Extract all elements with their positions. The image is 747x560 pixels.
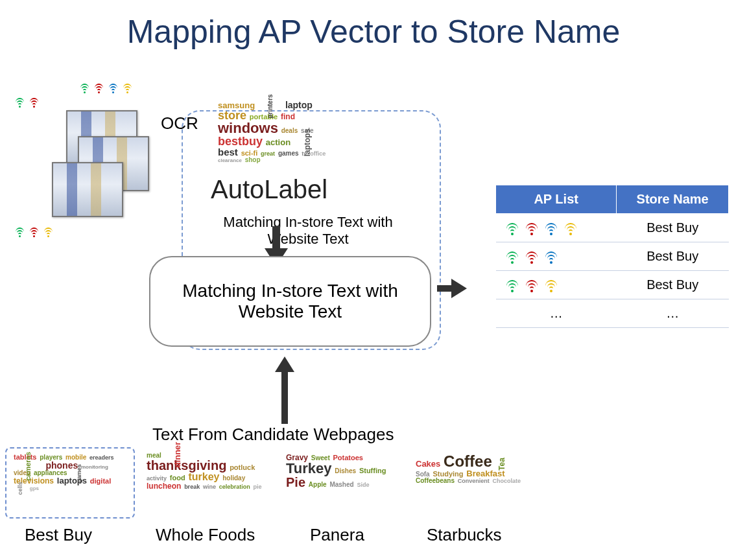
wifi-icon — [525, 250, 539, 264]
table-row: Best Buy — [496, 214, 729, 242]
wifi-icon — [563, 221, 578, 235]
wifi-icon — [544, 250, 558, 264]
wifi-cluster-left — [13, 97, 40, 108]
wifi-icon — [505, 278, 519, 292]
wifi-cluster-bottom — [13, 227, 54, 237]
candidate-name: Best Buy — [25, 525, 92, 545]
candidate-name: Starbucks — [427, 525, 502, 545]
wifi-icon — [544, 278, 558, 292]
wifi-icon — [525, 278, 539, 292]
wifi-icon — [122, 83, 132, 93]
candidate-name: Panera — [310, 525, 364, 545]
table-row: Best Buy — [496, 271, 729, 299]
wifi-cluster-top — [78, 83, 134, 93]
candidate-name: Whole Foods — [156, 525, 255, 545]
arrow-up-icon — [275, 356, 294, 372]
instore-wordcloud: samsung printers laptop store portable f… — [217, 100, 327, 178]
autolabel-title: AutoLabel — [211, 175, 327, 204]
wordcloud-bestbuy: tablets players mobile ereaders cameras … — [13, 454, 126, 512]
table-header-ap: AP List — [496, 185, 617, 214]
instore-photos — [52, 110, 156, 214]
wifi-icon — [544, 221, 558, 235]
candidates-label: Text From Candidate Webpages — [152, 425, 394, 445]
wifi-icon — [29, 97, 39, 108]
wifi-icon — [93, 83, 104, 93]
ap-store-table: AP List Store Name Best BuyBest BuyBest … — [495, 185, 729, 328]
table-row: Best Buy — [496, 242, 729, 271]
wordcloud-panera: Gravy Sweet Potatoes Turkey Dishes Stuff… — [285, 454, 392, 512]
wordcloud-wholefoods: meal dinner thanksgiving potluck activit… — [146, 450, 263, 512]
autolabel-subtitle: Matching In-store Text with Website Text — [214, 214, 402, 248]
wifi-icon — [14, 227, 25, 237]
store-photo — [52, 162, 123, 217]
wifi-icon — [505, 221, 519, 235]
wifi-icon — [108, 83, 118, 93]
matching-box: Matching In-store Text with Website Text — [149, 256, 431, 347]
wordcloud-starbucks: Cakes Coffee Tea Sofa Studying Breakfast… — [415, 454, 522, 512]
wifi-icon — [525, 221, 539, 235]
wifi-icon — [29, 227, 39, 237]
table-row: …… — [496, 299, 729, 328]
slide-title: Mapping AP Vector to Store Name — [0, 13, 747, 51]
wifi-icon — [14, 97, 25, 108]
table-header-store: Store Name — [617, 185, 729, 214]
arrow-right-icon — [451, 279, 467, 298]
wifi-icon — [79, 83, 89, 93]
wifi-icon — [505, 250, 519, 264]
wifi-icon — [43, 227, 53, 237]
